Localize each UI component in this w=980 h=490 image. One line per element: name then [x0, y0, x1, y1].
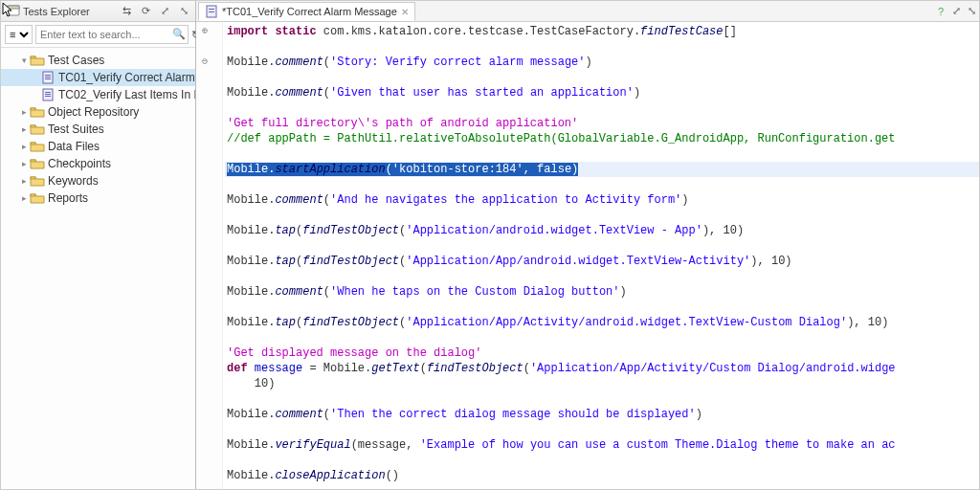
- code-line[interactable]: Mobile.startApplication('kobiton-store:1…: [225, 162, 979, 177]
- tree-label: Checkpoints: [48, 157, 111, 170]
- folder-icon: [30, 105, 45, 119]
- code-line[interactable]: Mobile.closeApplication(): [225, 468, 979, 483]
- code-line[interactable]: Mobile.comment('Given that user has star…: [225, 85, 979, 100]
- editor-tab[interactable]: *TC01_Verify Correct Alarm Message ✕: [198, 2, 415, 21]
- folder-icon: [30, 140, 45, 153]
- tree-label: Keywords: [48, 174, 99, 188]
- code-line[interactable]: [225, 100, 979, 116]
- code-editor[interactable]: import static com.kms.katalon.core.testc…: [223, 22, 979, 489]
- tree-label: Reports: [48, 191, 88, 205]
- code-line[interactable]: Mobile.tap(findTestObject('Application/A…: [225, 315, 979, 330]
- svg-rect-14: [31, 160, 35, 162]
- svg-rect-18: [209, 9, 214, 10]
- testcase-icon: [205, 5, 218, 18]
- code-line[interactable]: [225, 330, 979, 345]
- svg-rect-2: [31, 56, 35, 58]
- code-line[interactable]: Mobile.comment('Story: Verify correct al…: [225, 55, 979, 70]
- editor-area: *TC01_Verify Correct Alarm Message ✕ ? ⤢…: [196, 1, 979, 489]
- tree-testcase[interactable]: ▸TC01_Verify Correct Alarm Message: [1, 69, 195, 86]
- tests-explorer-panel: Tests Explorer ⇆ ⟳ ⤢ ⤡ ≡ 🔍 ↻ ▾Test Cases…: [1, 1, 196, 489]
- tree-view[interactable]: ▾Test Cases▸TC01_Verify Correct Alarm Me…: [1, 48, 195, 489]
- code-line[interactable]: 'Get displayed message on the dialog': [225, 345, 979, 361]
- svg-rect-6: [45, 78, 51, 79]
- code-line[interactable]: 'Get full directory\'s path of android a…: [225, 116, 979, 131]
- twisty-icon[interactable]: ▸: [18, 107, 30, 117]
- code-line[interactable]: Mobile.verifyEqual(message, 'Example of …: [225, 437, 979, 453]
- svg-rect-8: [45, 92, 51, 93]
- tree-label: TC01_Verify Correct Alarm Message: [58, 71, 195, 84]
- testcase-icon: [40, 71, 56, 84]
- search-input[interactable]: [35, 25, 189, 44]
- panel-title: Tests Explorer: [5, 4, 119, 19]
- tree-folder[interactable]: ▸Test Suites: [1, 121, 195, 138]
- code-line[interactable]: [225, 208, 979, 223]
- close-tab-icon[interactable]: ✕: [401, 7, 409, 17]
- refresh-icon[interactable]: ⟳: [138, 4, 153, 19]
- code-line[interactable]: [225, 238, 979, 254]
- code-line[interactable]: [225, 391, 979, 407]
- svg-rect-4: [45, 75, 51, 76]
- tree-label: Data Files: [48, 140, 100, 153]
- tree-folder[interactable]: ▸Checkpoints: [1, 155, 195, 172]
- tree-label: Test Cases: [48, 54, 104, 67]
- code-line[interactable]: def message = Mobile.getText(findTestObj…: [225, 361, 979, 376]
- expand-all-icon[interactable]: ⤡: [176, 4, 191, 19]
- code-line[interactable]: Mobile.tap(findTestObject('Application/a…: [225, 223, 979, 238]
- code-line[interactable]: //def appPath = PathUtil.relativeToAbsol…: [225, 131, 979, 146]
- svg-rect-11: [31, 108, 35, 110]
- code-line[interactable]: [225, 39, 979, 55]
- search-icon[interactable]: 🔍: [172, 28, 186, 40]
- code-line[interactable]: import static com.kms.katalon.core.testc…: [225, 24, 979, 39]
- collapse-all-icon[interactable]: ⤢: [157, 4, 172, 19]
- svg-rect-12: [31, 125, 35, 127]
- svg-rect-9: [45, 94, 51, 95]
- twisty-icon[interactable]: ▸: [18, 193, 30, 203]
- folder-icon: [30, 122, 45, 136]
- twisty-icon[interactable]: ▸: [18, 176, 30, 186]
- tree-folder[interactable]: ▸Reports: [1, 189, 195, 207]
- filter-select[interactable]: ≡: [5, 25, 33, 44]
- svg-rect-19: [209, 11, 214, 12]
- tree-label: TC02_Verify Last Items In List: [58, 88, 195, 101]
- code-line[interactable]: [225, 177, 979, 192]
- tree-testcase[interactable]: ▸TC02_Verify Last Items In List: [1, 86, 195, 103]
- tree-label: Test Suites: [48, 122, 104, 136]
- code-line[interactable]: [225, 300, 979, 315]
- twisty-icon[interactable]: ▸: [18, 124, 30, 134]
- editor-tab-label: *TC01_Verify Correct Alarm Message: [222, 6, 397, 17]
- tree-folder[interactable]: ▸Data Files: [1, 138, 195, 155]
- code-line[interactable]: [225, 422, 979, 437]
- code-line[interactable]: Mobile.comment('Then the correct dialog …: [225, 407, 979, 422]
- code-gutter[interactable]: ⊕⊖: [196, 22, 223, 489]
- svg-rect-16: [31, 194, 35, 196]
- twisty-icon[interactable]: ▸: [18, 159, 30, 168]
- code-line[interactable]: [225, 453, 979, 468]
- code-line[interactable]: [225, 146, 979, 162]
- tree-folder[interactable]: ▸Keywords: [1, 172, 195, 189]
- folder-icon: [30, 54, 45, 67]
- svg-rect-13: [31, 143, 35, 145]
- twisty-icon[interactable]: ▾: [18, 56, 30, 65]
- code-line[interactable]: [225, 269, 979, 284]
- tree-label: Object Repository: [48, 105, 139, 119]
- folder-icon: [30, 174, 45, 188]
- folder-icon: [30, 157, 45, 170]
- testcase-icon: [40, 88, 56, 101]
- twisty-icon[interactable]: ▸: [18, 142, 30, 151]
- help-icon[interactable]: ?: [933, 4, 948, 19]
- svg-rect-15: [31, 177, 35, 179]
- link-with-editor-icon[interactable]: ⇆: [119, 4, 134, 19]
- code-line[interactable]: [225, 70, 979, 85]
- svg-rect-10: [45, 96, 51, 97]
- folder-icon: [30, 191, 45, 205]
- mouse-cursor-icon: [2, 2, 13, 17]
- tree-folder[interactable]: ▾Test Cases: [1, 52, 195, 69]
- code-line[interactable]: Mobile.comment('And he navigates the app…: [225, 192, 979, 208]
- code-line[interactable]: 10): [225, 376, 979, 391]
- svg-rect-5: [45, 77, 51, 78]
- maximize-icon[interactable]: ⤢: [948, 4, 964, 19]
- code-line[interactable]: Mobile.comment('When he taps on the Cust…: [225, 284, 979, 300]
- restore-icon[interactable]: ⤡: [964, 4, 979, 19]
- tree-folder[interactable]: ▸Object Repository: [1, 103, 195, 121]
- code-line[interactable]: Mobile.tap(findTestObject('Application/A…: [225, 254, 979, 269]
